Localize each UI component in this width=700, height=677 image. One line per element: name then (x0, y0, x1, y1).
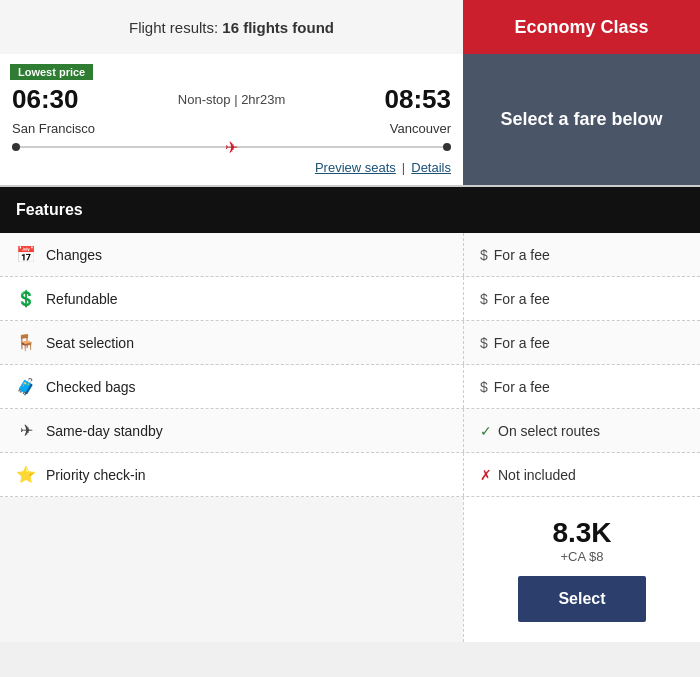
feature-row-refundable: 💲 Refundable $ For a fee (0, 277, 700, 321)
seat-value-text: For a fee (494, 335, 550, 351)
refundable-value: $ For a fee (463, 277, 700, 320)
feature-row-priority: ⭐ Priority check-in ✗ Not included (0, 453, 700, 497)
features-left-panel: Features 📅 Changes $ For a fee 💲 Refunda… (0, 187, 700, 497)
page-header: Flight results: 16 flights found Economy… (0, 0, 700, 54)
features-header: Features (0, 187, 700, 233)
depart-time: 06:30 (12, 84, 79, 115)
details-link[interactable]: Details (411, 160, 451, 175)
bags-icon: 🧳 (16, 377, 36, 396)
flight-times: 06:30 Non-stop | 2hr23m 08:53 (0, 80, 463, 119)
feature-row-changes: 📅 Changes $ For a fee (0, 233, 700, 277)
refundable-value-icon: $ (480, 291, 488, 307)
bags-value-icon: $ (480, 379, 488, 395)
checked-bags-value: $ For a fee (463, 365, 700, 408)
changes-icon: 📅 (16, 245, 36, 264)
refundable-icon: 💲 (16, 289, 36, 308)
select-fare-label: Select a fare below (500, 109, 662, 130)
price-right-panel: 8.3K +CA $8 Select (463, 497, 700, 642)
arrive-time: 08:53 (385, 84, 452, 115)
origin-city: San Francisco (12, 121, 95, 136)
flight-info: Non-stop | 2hr23m (178, 92, 285, 107)
refundable-value-text: For a fee (494, 291, 550, 307)
price-extra: +CA $8 (560, 549, 603, 564)
standby-value-text: On select routes (498, 423, 600, 439)
select-button[interactable]: Select (518, 576, 645, 622)
flight-results-label: Flight results: (129, 19, 218, 36)
seat-icon: 🪑 (16, 333, 36, 352)
flight-section: Lowest price 06:30 Non-stop | 2hr23m 08:… (0, 54, 700, 185)
flight-info-panel: Lowest price 06:30 Non-stop | 2hr23m 08:… (0, 54, 463, 185)
lowest-price-badge: Lowest price (10, 64, 93, 80)
feature-row-checked-bags: 🧳 Checked bags $ For a fee (0, 365, 700, 409)
changes-label: Changes (46, 247, 102, 263)
link-separator: | (402, 160, 405, 175)
flight-results-header: Flight results: 16 flights found (0, 0, 463, 54)
flight-route: San Francisco Vancouver (0, 119, 463, 138)
standby-label: Same-day standby (46, 423, 163, 439)
changes-value-text: For a fee (494, 247, 550, 263)
priority-icon: ⭐ (16, 465, 36, 484)
flight-count: 16 flights found (222, 19, 334, 36)
price-section: 8.3K +CA $8 Select (0, 497, 700, 642)
cabin-class-label: Economy Class (514, 17, 648, 38)
seat-selection-value: $ For a fee (463, 321, 700, 364)
refundable-label: Refundable (46, 291, 118, 307)
features-section: Features 📅 Changes $ For a fee 💲 Refunda… (0, 185, 700, 497)
destination-dot (443, 143, 451, 151)
price-left-spacer (0, 497, 463, 642)
preview-seats-link[interactable]: Preview seats (315, 160, 396, 175)
checked-bags-label: Checked bags (46, 379, 136, 395)
standby-value: ✓ On select routes (463, 409, 700, 452)
cabin-class-header: Economy Class (463, 0, 700, 54)
select-fare-panel: Select a fare below (463, 54, 700, 185)
feature-row-seat-selection: 🪑 Seat selection $ For a fee (0, 321, 700, 365)
destination-city: Vancouver (390, 121, 451, 136)
priority-value-icon: ✗ (480, 467, 492, 483)
priority-label: Priority check-in (46, 467, 146, 483)
priority-value-text: Not included (498, 467, 576, 483)
priority-value: ✗ Not included (463, 453, 700, 496)
changes-value: $ For a fee (463, 233, 700, 276)
standby-value-icon: ✓ (480, 423, 492, 439)
seat-value-icon: $ (480, 335, 488, 351)
origin-dot (12, 143, 20, 151)
price-amount: 8.3K (552, 517, 611, 549)
standby-icon: ✈ (16, 421, 36, 440)
changes-value-icon: $ (480, 247, 488, 263)
seat-selection-label: Seat selection (46, 335, 134, 351)
main-container: Flight results: 16 flights found Economy… (0, 0, 700, 642)
flight-action-links: Preview seats | Details (0, 156, 463, 185)
feature-row-standby: ✈ Same-day standby ✓ On select routes (0, 409, 700, 453)
bags-value-text: For a fee (494, 379, 550, 395)
flight-route-line: ✈ (0, 138, 463, 156)
flight-star-icon: ✈ (225, 138, 238, 157)
